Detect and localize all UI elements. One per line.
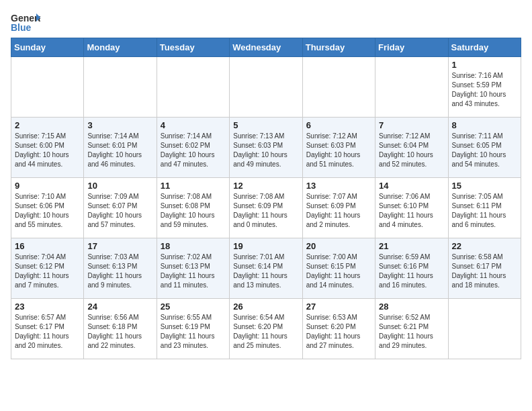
day-number: 21 [379,241,444,251]
day-info: Sunrise: 7:14 AM Sunset: 6:01 PM Dayligh… [87,132,152,169]
calendar-cell: 28Sunrise: 6:52 AM Sunset: 6:21 PM Dayli… [375,299,448,359]
day-number: 24 [87,302,152,312]
weekday-header-friday: Friday [375,38,448,57]
day-info: Sunrise: 7:12 AM Sunset: 6:03 PM Dayligh… [306,132,371,169]
day-number: 15 [452,181,517,191]
weekday-header-sunday: Sunday [11,38,84,57]
calendar-cell [230,57,302,118]
calendar-cell: 5Sunrise: 7:13 AM Sunset: 6:03 PM Daylig… [230,118,302,178]
calendar: SundayMondayTuesdayWednesdayThursdayFrid… [11,38,521,359]
calendar-cell: 12Sunrise: 7:08 AM Sunset: 6:09 PM Dayli… [230,178,302,238]
day-number: 17 [87,241,152,251]
day-number: 20 [306,241,371,251]
page-header: General Blue [11,11,521,32]
calendar-cell: 15Sunrise: 7:05 AM Sunset: 6:11 PM Dayli… [448,178,521,238]
day-info: Sunrise: 7:03 AM Sunset: 6:13 PM Dayligh… [87,253,152,290]
calendar-cell: 10Sunrise: 7:09 AM Sunset: 6:07 PM Dayli… [84,178,157,238]
day-number: 12 [233,181,298,191]
week-row-3: 16Sunrise: 7:04 AM Sunset: 6:12 PM Dayli… [11,238,521,299]
weekday-header-thursday: Thursday [302,38,375,57]
calendar-cell [157,57,229,118]
day-info: Sunrise: 7:08 AM Sunset: 6:08 PM Dayligh… [161,192,226,230]
calendar-cell: 17Sunrise: 7:03 AM Sunset: 6:13 PM Dayli… [84,238,157,299]
calendar-cell: 9Sunrise: 7:10 AM Sunset: 6:06 PM Daylig… [11,178,84,238]
calendar-cell: 16Sunrise: 7:04 AM Sunset: 6:12 PM Dayli… [11,238,84,299]
day-number: 23 [15,302,80,312]
day-number: 8 [452,120,517,130]
day-number: 3 [87,120,152,130]
calendar-cell: 25Sunrise: 6:55 AM Sunset: 6:19 PM Dayli… [157,299,229,359]
week-row-4: 23Sunrise: 6:57 AM Sunset: 6:17 PM Dayli… [11,299,521,359]
day-info: Sunrise: 7:02 AM Sunset: 6:13 PM Dayligh… [161,253,226,290]
day-number: 14 [379,181,444,191]
calendar-cell: 26Sunrise: 6:54 AM Sunset: 6:20 PM Dayli… [230,299,302,359]
day-info: Sunrise: 6:58 AM Sunset: 6:17 PM Dayligh… [452,253,517,290]
calendar-cell: 1Sunrise: 7:16 AM Sunset: 5:59 PM Daylig… [448,57,521,118]
day-info: Sunrise: 6:56 AM Sunset: 6:18 PM Dayligh… [87,313,152,351]
calendar-cell [375,57,448,118]
day-info: Sunrise: 7:00 AM Sunset: 6:15 PM Dayligh… [306,253,371,290]
logo: General Blue [11,11,40,32]
svg-text:Blue: Blue [11,22,32,33]
day-info: Sunrise: 6:59 AM Sunset: 6:16 PM Dayligh… [379,253,444,290]
day-number: 19 [233,241,298,251]
weekday-header-saturday: Saturday [448,38,521,57]
weekday-header-wednesday: Wednesday [230,38,302,57]
day-info: Sunrise: 7:06 AM Sunset: 6:10 PM Dayligh… [379,192,444,230]
calendar-cell: 21Sunrise: 6:59 AM Sunset: 6:16 PM Dayli… [375,238,448,299]
day-number: 9 [15,181,80,191]
day-number: 18 [161,241,226,251]
calendar-cell: 23Sunrise: 6:57 AM Sunset: 6:17 PM Dayli… [11,299,84,359]
day-number: 2 [15,120,80,130]
day-number: 4 [161,120,226,130]
logo-icon: General Blue [11,11,38,32]
day-info: Sunrise: 7:04 AM Sunset: 6:12 PM Dayligh… [15,253,80,290]
day-info: Sunrise: 6:57 AM Sunset: 6:17 PM Dayligh… [15,313,80,351]
calendar-cell [302,57,375,118]
day-number: 5 [233,120,298,130]
day-number: 26 [233,302,298,312]
calendar-cell: 22Sunrise: 6:58 AM Sunset: 6:17 PM Dayli… [448,238,521,299]
day-info: Sunrise: 7:10 AM Sunset: 6:06 PM Dayligh… [15,192,80,230]
week-row-1: 2Sunrise: 7:15 AM Sunset: 6:00 PM Daylig… [11,118,521,178]
day-number: 22 [452,241,517,251]
calendar-cell: 6Sunrise: 7:12 AM Sunset: 6:03 PM Daylig… [302,118,375,178]
calendar-cell: 24Sunrise: 6:56 AM Sunset: 6:18 PM Dayli… [84,299,157,359]
day-number: 1 [452,60,517,70]
weekday-header-tuesday: Tuesday [157,38,229,57]
calendar-cell: 7Sunrise: 7:12 AM Sunset: 6:04 PM Daylig… [375,118,448,178]
day-info: Sunrise: 7:09 AM Sunset: 6:07 PM Dayligh… [87,192,152,230]
weekday-header-row: SundayMondayTuesdayWednesdayThursdayFrid… [11,38,521,57]
day-info: Sunrise: 7:05 AM Sunset: 6:11 PM Dayligh… [452,192,517,230]
week-row-0: 1Sunrise: 7:16 AM Sunset: 5:59 PM Daylig… [11,57,521,118]
day-number: 11 [161,181,226,191]
day-info: Sunrise: 6:55 AM Sunset: 6:19 PM Dayligh… [161,313,226,351]
day-info: Sunrise: 7:14 AM Sunset: 6:02 PM Dayligh… [161,132,226,169]
day-info: Sunrise: 7:11 AM Sunset: 6:05 PM Dayligh… [452,132,517,169]
day-info: Sunrise: 7:13 AM Sunset: 6:03 PM Dayligh… [233,132,298,169]
calendar-cell [84,57,157,118]
day-info: Sunrise: 6:52 AM Sunset: 6:21 PM Dayligh… [379,313,444,351]
day-info: Sunrise: 7:07 AM Sunset: 6:09 PM Dayligh… [306,192,371,230]
calendar-cell [448,299,521,359]
day-number: 10 [87,181,152,191]
day-info: Sunrise: 7:15 AM Sunset: 6:00 PM Dayligh… [15,132,80,169]
calendar-cell: 11Sunrise: 7:08 AM Sunset: 6:08 PM Dayli… [157,178,229,238]
calendar-cell [11,57,84,118]
weekday-header-monday: Monday [84,38,157,57]
day-info: Sunrise: 7:01 AM Sunset: 6:14 PM Dayligh… [233,253,298,290]
calendar-cell: 14Sunrise: 7:06 AM Sunset: 6:10 PM Dayli… [375,178,448,238]
day-number: 28 [379,302,444,312]
calendar-cell: 27Sunrise: 6:53 AM Sunset: 6:20 PM Dayli… [302,299,375,359]
calendar-cell: 8Sunrise: 7:11 AM Sunset: 6:05 PM Daylig… [448,118,521,178]
week-row-2: 9Sunrise: 7:10 AM Sunset: 6:06 PM Daylig… [11,178,521,238]
calendar-cell: 13Sunrise: 7:07 AM Sunset: 6:09 PM Dayli… [302,178,375,238]
day-info: Sunrise: 6:54 AM Sunset: 6:20 PM Dayligh… [233,313,298,351]
day-number: 6 [306,120,371,130]
calendar-cell: 3Sunrise: 7:14 AM Sunset: 6:01 PM Daylig… [84,118,157,178]
day-number: 27 [306,302,371,312]
calendar-cell: 4Sunrise: 7:14 AM Sunset: 6:02 PM Daylig… [157,118,229,178]
calendar-cell: 18Sunrise: 7:02 AM Sunset: 6:13 PM Dayli… [157,238,229,299]
day-info: Sunrise: 7:16 AM Sunset: 5:59 PM Dayligh… [452,71,517,109]
calendar-cell: 19Sunrise: 7:01 AM Sunset: 6:14 PM Dayli… [230,238,302,299]
